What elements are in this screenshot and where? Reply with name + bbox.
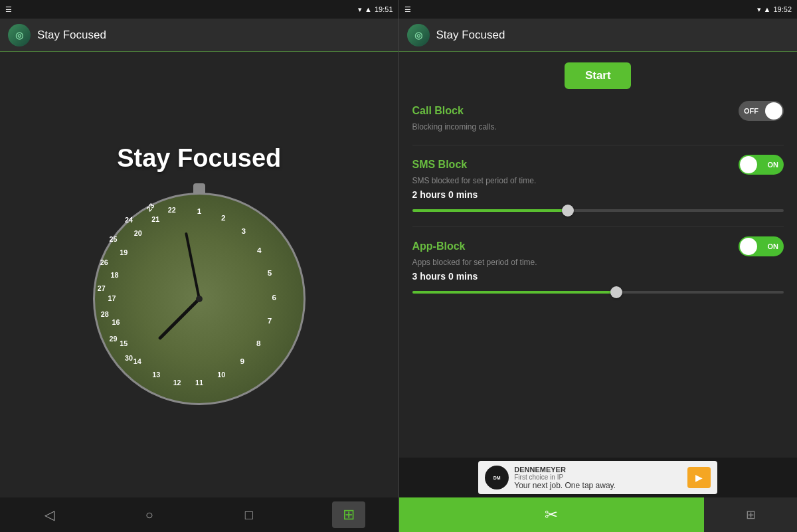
right-wifi-icon: ▾ <box>757 5 761 14</box>
left-time: 19:51 <box>375 5 393 13</box>
grid-icon: ⊞ <box>343 506 355 523</box>
svg-text:8: 8 <box>256 339 261 347</box>
right-app-icon: ◎ <box>407 24 430 46</box>
sms-block-toggle-label: ON <box>768 161 779 169</box>
svg-text:19: 19 <box>120 248 128 256</box>
right-time: 19:52 <box>773 5 792 13</box>
left-status-bar: ☰ ▾ ▲ 19:51 <box>0 0 398 19</box>
ad-brand-text: DM <box>493 476 501 480</box>
svg-point-32 <box>196 296 203 302</box>
right-status-icons: ☰ <box>404 5 411 14</box>
app-block-time: 3 hours 0 mins <box>412 271 784 282</box>
svg-text:10: 10 <box>217 371 225 379</box>
ad-logo: DM <box>485 466 509 489</box>
app-slider-track <box>412 291 784 294</box>
right-grid-icon: ⊞ <box>746 507 756 522</box>
clock-face: 1 2 3 4 5 6 7 8 9 10 11 12 13 14 15 16 1 <box>93 193 306 405</box>
svg-text:24: 24 <box>125 216 133 224</box>
svg-text:17: 17 <box>108 294 116 302</box>
back-icon: ◁ <box>44 507 54 523</box>
call-block-toggle[interactable]: OFF <box>739 101 784 121</box>
recent-button[interactable]: □ <box>232 501 266 528</box>
ad-area: DM DENNEMEYER First choice in IP Your ne… <box>399 458 798 497</box>
sms-slider-fill <box>412 209 569 212</box>
call-block-toggle-knob <box>765 102 782 120</box>
call-block-title: Call Block <box>412 105 464 117</box>
svg-text:11: 11 <box>195 379 203 387</box>
svg-text:28: 28 <box>100 310 108 318</box>
sms-block-time: 2 hours 0 mins <box>412 189 784 200</box>
right-status-right: ▾ ▲ 19:52 <box>757 5 792 14</box>
svg-text:4: 4 <box>257 246 262 254</box>
start-button[interactable]: Start <box>565 62 631 89</box>
sms-block-row: SMS Block ON SMS blocked for set period … <box>412 155 784 227</box>
app-block-slider[interactable] <box>412 286 784 299</box>
clock-numbers-svg: 1 2 3 4 5 6 7 8 9 10 11 12 13 14 15 16 1 <box>95 195 304 403</box>
left-status-right: ▾ ▲ 19:51 <box>358 5 393 14</box>
svg-text:21: 21 <box>151 215 159 223</box>
scissors-nav-btn[interactable]: ✂ <box>399 497 705 532</box>
right-menu-icon: ☰ <box>404 5 411 14</box>
grid-button[interactable]: ⊞ <box>332 501 365 528</box>
svg-text:30: 30 <box>125 354 133 362</box>
left-app-icon: ◎ <box>8 24 31 46</box>
right-app-bar: ◎ Stay Focused <box>399 19 798 52</box>
call-block-row: Call Block OFF Blocking incoming calls. <box>412 101 784 145</box>
svg-text:6: 6 <box>272 293 276 302</box>
svg-text:13: 13 <box>152 371 160 379</box>
svg-text:2: 2 <box>221 213 226 222</box>
right-app-title: Stay Focused <box>436 29 505 42</box>
menu-icon: ☰ <box>5 5 12 14</box>
svg-text:22: 22 <box>168 206 176 214</box>
svg-text:29: 29 <box>109 335 117 343</box>
app-block-title: App-Block <box>412 240 466 252</box>
sms-block-desc: SMS blocked for set period of time. <box>412 176 784 185</box>
app-slider-thumb[interactable] <box>610 286 622 298</box>
clock-area: Stay Focused 1 2 3 4 5 6 7 8 9 10 <box>0 52 398 497</box>
svg-text:7: 7 <box>267 316 272 325</box>
recent-icon: □ <box>245 507 253 523</box>
svg-text:1: 1 <box>197 207 201 215</box>
call-block-desc: Blocking incoming calls. <box>412 122 784 132</box>
app-block-toggle-label: ON <box>768 242 779 250</box>
svg-text:15: 15 <box>120 339 128 347</box>
home-button[interactable]: ○ <box>133 501 166 528</box>
sms-slider-track <box>412 209 784 212</box>
app-block-toggle[interactable]: ON <box>739 236 784 256</box>
app-block-toggle-knob <box>740 238 757 255</box>
app-slider-fill <box>412 291 617 294</box>
sms-block-title: SMS Block <box>412 159 468 171</box>
back-button[interactable]: ◁ <box>33 501 66 528</box>
right-bottom-nav: ✂ ⊞ <box>399 497 798 532</box>
sms-block-slider[interactable] <box>412 204 784 217</box>
left-panel: ☰ ▾ ▲ 19:51 ◎ Stay Focused Stay Focused … <box>0 0 398 532</box>
svg-text:5: 5 <box>267 268 272 277</box>
ad-text: DENNEMEYER First choice in IP Your next … <box>514 466 682 490</box>
sms-block-header: SMS Block ON <box>412 155 784 175</box>
sms-block-toggle[interactable]: ON <box>739 155 784 175</box>
svg-text:9: 9 <box>240 357 244 365</box>
app-block-row: App-Block ON Apps blocked for set period… <box>412 236 784 308</box>
call-block-header: Call Block OFF <box>412 101 784 121</box>
left-app-bar: ◎ Stay Focused <box>0 19 398 52</box>
svg-text:23: 23 <box>145 202 156 213</box>
left-status-icons: ☰ <box>5 5 12 14</box>
ad-message: Your next job. One tap away. <box>514 481 682 490</box>
left-bottom-nav: ◁ ○ □ ⊞ <box>0 497 398 532</box>
svg-text:12: 12 <box>173 379 181 387</box>
svg-text:26: 26 <box>100 258 108 266</box>
sms-slider-thumb[interactable] <box>562 205 574 217</box>
svg-text:3: 3 <box>241 226 246 235</box>
svg-text:20: 20 <box>134 229 142 237</box>
right-grid-btn[interactable]: ⊞ <box>704 497 797 532</box>
right-panel: ☰ ▾ ▲ 19:52 ◎ Stay Focused Start Call Bl… <box>399 0 798 532</box>
scissors-icon: ✂ <box>545 505 558 524</box>
ad-banner[interactable]: DM DENNEMEYER First choice in IP Your ne… <box>478 461 717 494</box>
left-app-title: Stay Focused <box>37 29 106 42</box>
svg-text:14: 14 <box>133 357 141 365</box>
ad-cta-button[interactable]: ▶ <box>687 467 711 488</box>
app-block-header: App-Block ON <box>412 236 784 256</box>
svg-line-30 <box>160 299 199 338</box>
main-title: Stay Focused <box>117 144 281 173</box>
call-block-toggle-label: OFF <box>744 107 758 115</box>
